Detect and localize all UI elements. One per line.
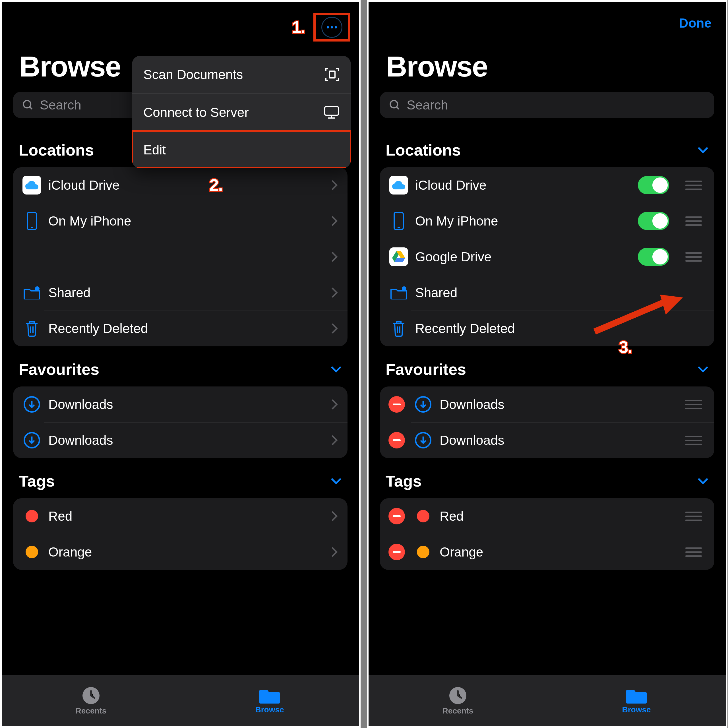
remove-button[interactable]	[388, 544, 405, 560]
tab-bar: Recents Browse	[369, 675, 726, 726]
location-recently-deleted[interactable]: Recently Deleted	[13, 310, 347, 346]
menu-connect-to-server[interactable]: Connect to Server	[132, 93, 351, 131]
folder-icon	[626, 688, 647, 704]
icloud-icon	[389, 176, 408, 194]
menu-scan-documents[interactable]: Scan Documents	[132, 56, 351, 93]
chevron-down-icon	[330, 477, 342, 485]
folder-icon	[259, 688, 280, 704]
favourite-downloads[interactable]: Downloads	[380, 387, 714, 422]
svg-rect-10	[325, 107, 338, 115]
toggle-on-my-iphone[interactable]	[638, 212, 669, 230]
iphone-icon	[388, 212, 409, 230]
menu-edit[interactable]: Edit	[132, 131, 351, 168]
tag-dot-icon	[26, 510, 38, 522]
location-on-my-iphone[interactable]: On My iPhone	[13, 203, 347, 239]
location-shared[interactable]: Shared	[13, 275, 347, 310]
reorder-handle-icon[interactable]	[682, 180, 705, 190]
remove-button[interactable]	[388, 396, 405, 413]
tags-list: Red Orange	[13, 498, 347, 570]
chevron-right-icon	[331, 287, 338, 298]
chevron-right-icon	[331, 323, 338, 334]
reorder-handle-icon[interactable]	[682, 548, 705, 557]
search-icon	[21, 99, 34, 111]
favourites-list: Downloads Downloads	[380, 387, 714, 458]
reorder-handle-icon[interactable]	[682, 216, 705, 226]
search-placeholder: Search	[407, 97, 448, 113]
favourites-list: Downloads Downloads	[13, 387, 347, 458]
gdrive-icon	[389, 248, 408, 266]
annotation-box-1	[314, 13, 350, 41]
locations-list: iCloud Drive On My iPhone Google Drive	[380, 167, 714, 346]
trash-icon	[388, 320, 409, 337]
tab-browse[interactable]: Browse	[180, 675, 359, 726]
tags-list: Red Orange	[380, 498, 714, 570]
svg-line-15	[396, 107, 399, 109]
tag-red[interactable]: Red	[380, 498, 714, 534]
tab-browse[interactable]: Browse	[547, 675, 726, 726]
reorder-handle-icon[interactable]	[682, 512, 705, 521]
chevron-down-icon	[697, 366, 709, 373]
svg-point-0	[23, 100, 31, 108]
done-button[interactable]: Done	[679, 15, 714, 31]
download-icon	[415, 432, 431, 448]
locations-list: iCloud Drive On My iPhone Shared	[13, 167, 347, 346]
chevron-right-icon	[331, 546, 338, 558]
tab-recents[interactable]: Recents	[369, 675, 547, 726]
svg-line-1	[29, 107, 32, 109]
search-input[interactable]: Search	[380, 92, 714, 118]
tab-recents[interactable]: Recents	[2, 675, 180, 726]
topbar: Done	[369, 2, 726, 44]
toggle-icloud-drive[interactable]	[638, 176, 669, 194]
tab-bar: Recents Browse	[2, 675, 359, 726]
more-menu-button[interactable]	[321, 17, 343, 38]
toggle-google-drive[interactable]	[638, 248, 669, 266]
screenshot-edit-mode: Done Browse Search Locations iCloud Driv…	[367, 0, 727, 728]
tag-dot-icon	[26, 546, 38, 558]
tags-header[interactable]: Tags	[2, 458, 359, 498]
favourites-header[interactable]: Favourites	[369, 346, 726, 387]
location-recently-deleted[interactable]: Recently Deleted	[380, 310, 714, 346]
icloud-icon	[23, 176, 41, 194]
annotation-3: 3.	[619, 337, 632, 357]
chevron-down-icon	[697, 147, 709, 154]
annotation-2: 2.	[209, 175, 222, 195]
svg-point-21	[402, 286, 406, 291]
svg-point-14	[390, 100, 398, 108]
search-placeholder: Search	[40, 97, 81, 113]
iphone-icon	[21, 212, 42, 230]
more-menu: Scan Documents Connect to Server Edit	[132, 56, 351, 168]
favourite-downloads[interactable]: Downloads	[13, 422, 347, 458]
location-icloud-drive[interactable]: iCloud Drive	[13, 167, 347, 203]
locations-header[interactable]: Locations	[369, 129, 726, 167]
tag-dot-icon	[417, 510, 430, 522]
remove-button[interactable]	[388, 432, 405, 448]
tag-red[interactable]: Red	[13, 498, 347, 534]
chevron-right-icon	[331, 179, 338, 191]
svg-rect-9	[329, 71, 335, 78]
shared-folder-icon	[388, 286, 409, 300]
reorder-handle-icon[interactable]	[682, 436, 705, 445]
location-google-drive[interactable]: Google Drive	[380, 239, 714, 275]
tags-header[interactable]: Tags	[369, 458, 726, 498]
shared-folder-icon	[21, 286, 42, 300]
remove-button[interactable]	[388, 508, 405, 525]
favourite-downloads[interactable]: Downloads	[13, 387, 347, 422]
location-on-my-iphone[interactable]: On My iPhone	[380, 203, 714, 239]
location-icloud-drive[interactable]: iCloud Drive	[380, 167, 714, 203]
annotation-1: 1.	[292, 17, 305, 37]
svg-point-4	[35, 286, 40, 291]
tag-orange[interactable]: Orange	[13, 534, 347, 570]
chevron-right-icon	[331, 215, 338, 226]
location-shared[interactable]: Shared	[380, 275, 714, 310]
favourites-header[interactable]: Favourites	[2, 346, 359, 387]
favourite-downloads[interactable]: Downloads	[380, 422, 714, 458]
screenshot-before: 1. Browse Search Locations iCloud Drive …	[0, 0, 361, 728]
trash-icon	[21, 320, 42, 337]
tag-orange[interactable]: Orange	[380, 534, 714, 570]
chevron-right-icon	[331, 251, 338, 263]
chevron-down-icon	[330, 366, 342, 373]
reorder-handle-icon[interactable]	[682, 400, 705, 409]
reorder-handle-icon[interactable]	[682, 252, 705, 262]
page-title: Browse	[369, 44, 726, 92]
location-blank[interactable]	[13, 239, 347, 275]
